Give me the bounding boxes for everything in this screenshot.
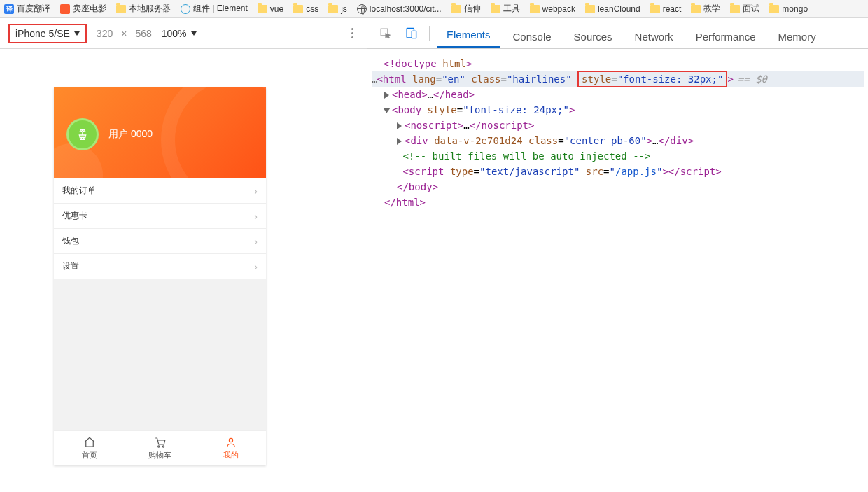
collapse-triangle-icon[interactable] — [384, 108, 391, 113]
bookmark-label: vue — [270, 4, 284, 14]
bookmark-folder[interactable]: react — [650, 4, 682, 14]
folder-icon — [530, 5, 540, 13]
svg-rect-5 — [412, 31, 416, 38]
folder-icon — [293, 5, 303, 13]
bookmark-label: leanClound — [598, 4, 640, 14]
bookmark-folder[interactable]: 面试 — [730, 3, 760, 15]
folder-icon — [116, 5, 126, 13]
bookmark-item[interactable]: 组件 | Element — [181, 3, 248, 15]
device-toolbar: iPhone 5/SE 320 × 568 100% — [0, 18, 367, 49]
chevron-right-icon: › — [254, 236, 258, 247]
device-width[interactable]: 320 — [97, 28, 113, 39]
code-line[interactable]: <head>…</head> — [372, 87, 864, 102]
zoom-selector[interactable]: 100% — [162, 28, 197, 39]
bookmark-item[interactable]: 译百度翻译 — [4, 3, 50, 15]
bookmark-folder[interactable]: 信仰 — [451, 3, 481, 15]
bookmark-folder[interactable]: css — [293, 4, 318, 14]
element-picker-button[interactable] — [374, 22, 397, 45]
menu-item-label: 我的订单 — [62, 185, 96, 197]
code-line[interactable]: <script type="text/javascript" src="/app… — [372, 164, 864, 179]
user-avatar[interactable] — [66, 118, 99, 150]
tab-console[interactable]: Console — [503, 25, 561, 48]
tabbar-label: 首页 — [82, 450, 97, 461]
device-height[interactable]: 568 — [135, 28, 151, 39]
preview-canvas: 用户 0000 我的订单› 优惠卡› 钱包› 设置› 首页 — [0, 49, 367, 492]
favicon-element — [181, 4, 190, 14]
tabbar-home[interactable]: 首页 — [54, 431, 125, 465]
elements-tree[interactable]: <!doctype html> …<html lang="en" class="… — [368, 49, 868, 492]
favicon-maizuo — [60, 4, 70, 14]
bookmark-item[interactable]: 卖座电影 — [60, 3, 106, 15]
code-line[interactable]: <body style="font-size: 24px;"> — [372, 102, 864, 118]
expand-triangle-icon[interactable] — [397, 138, 402, 145]
folder-icon — [691, 5, 701, 13]
tabbar-label: 我的 — [223, 450, 239, 461]
bookmark-label: js — [341, 4, 347, 14]
menu-item-label: 优惠卡 — [62, 210, 88, 222]
tab-elements[interactable]: Elements — [437, 23, 500, 48]
bookmark-folder[interactable]: leanClound — [585, 4, 640, 14]
user-icon — [225, 436, 237, 449]
menu-item-settings[interactable]: 设置› — [54, 254, 266, 279]
bookmark-folder[interactable]: mongo — [769, 4, 808, 14]
menu-item-orders[interactable]: 我的订单› — [54, 178, 266, 204]
chevron-right-icon: › — [254, 211, 258, 222]
tab-sources[interactable]: Sources — [564, 25, 622, 48]
device-name: iPhone 5/SE — [15, 28, 70, 39]
toggle-device-button[interactable] — [400, 22, 422, 45]
code-line[interactable]: <!-- built files will be auto injected -… — [372, 148, 864, 164]
device-selector[interactable]: iPhone 5/SE — [8, 24, 87, 43]
menu-item-label: 钱包 — [62, 235, 79, 247]
tabbar-profile[interactable]: 我的 — [195, 431, 266, 465]
bookmark-label: 组件 | Element — [193, 3, 248, 15]
menu-item-label: 设置 — [62, 260, 79, 272]
bookmark-folder[interactable]: js — [328, 4, 347, 14]
device-preview-pane: iPhone 5/SE 320 × 568 100% — [0, 18, 368, 492]
bookmark-folder[interactable]: webpack — [530, 4, 575, 14]
tab-performance[interactable]: Performance — [686, 25, 766, 48]
tab-memory[interactable]: Memory — [769, 25, 826, 48]
bookmark-label: 信仰 — [464, 3, 481, 15]
chevron-right-icon: › — [254, 185, 258, 197]
bookmark-folder[interactable]: 本地服务器 — [116, 3, 171, 15]
code-line[interactable]: </html> — [372, 195, 864, 210]
bookmark-folder[interactable]: vue — [258, 4, 284, 14]
expand-triangle-icon[interactable] — [397, 122, 402, 129]
bookmark-label: 百度翻译 — [17, 3, 50, 15]
dropdown-triangle-icon — [74, 31, 80, 36]
tabbar-cart[interactable]: 购物车 — [125, 431, 195, 465]
phone-frame: 用户 0000 我的订单› 优惠卡› 钱包› 设置› 首页 — [54, 87, 266, 465]
bookmark-label: css — [306, 4, 318, 14]
code-line-selected[interactable]: …<html lang="en" class="hairlines" style… — [372, 71, 864, 87]
code-line[interactable]: <noscript>…</noscript> — [372, 118, 864, 133]
bookmark-label: 教学 — [704, 3, 720, 15]
svg-point-0 — [158, 446, 159, 447]
devtools-pane: Elements Console Sources Network Perform… — [368, 18, 868, 492]
bookmark-folder[interactable]: 教学 — [691, 3, 720, 15]
globe-icon — [357, 4, 367, 14]
bookmark-label: 面试 — [743, 3, 760, 15]
times-symbol: × — [121, 28, 127, 39]
bookmark-item[interactable]: localhost:3000/cit... — [357, 4, 442, 14]
folder-icon — [258, 5, 267, 13]
bookmark-label: localhost:3000/cit... — [370, 4, 442, 14]
bookmark-folder[interactable]: 工具 — [491, 3, 520, 15]
menu-item-coupons[interactable]: 优惠卡› — [54, 204, 266, 229]
svg-point-2 — [229, 438, 232, 442]
code-line[interactable]: <!doctype html> — [372, 56, 864, 71]
device-dimensions: 320 × 568 — [97, 28, 152, 39]
tab-network[interactable]: Network — [625, 25, 683, 48]
bookmark-label: react — [663, 4, 682, 14]
device-icon — [405, 27, 418, 40]
menu-item-wallet[interactable]: 钱包› — [54, 229, 266, 254]
more-options-button[interactable] — [346, 27, 358, 40]
home-icon — [83, 436, 96, 449]
code-line[interactable]: </body> — [372, 179, 864, 195]
code-line[interactable]: <div data-v-2e701d24 class="center pb-60… — [372, 133, 864, 148]
user-header: 用户 0000 — [54, 87, 266, 178]
bookmark-bar: 译百度翻译 卖座电影 本地服务器 组件 | Element vue css js… — [0, 0, 868, 18]
favicon-baidu: 译 — [4, 4, 14, 14]
bookmark-label: webpack — [542, 4, 575, 14]
expand-triangle-icon[interactable] — [384, 92, 389, 99]
bookmark-label: 本地服务器 — [129, 3, 171, 15]
